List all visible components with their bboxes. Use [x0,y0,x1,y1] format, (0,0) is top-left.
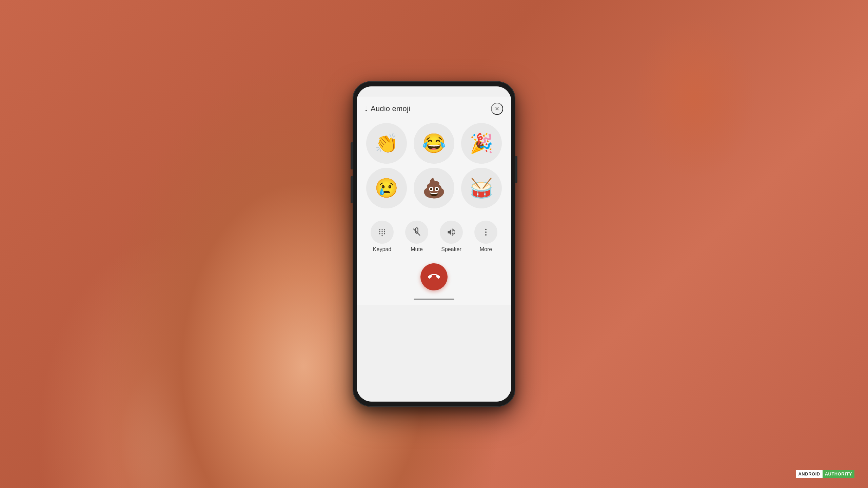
home-bar [414,299,454,300]
keypad-icon [377,227,387,237]
mute-label: Mute [411,246,423,252]
mute-icon [412,227,421,237]
call-controls: Keypad Mute [357,215,511,257]
more-icon-circle [474,221,497,244]
speaker-icon [447,227,456,237]
speaker-icon-circle [440,221,463,244]
keypad-label: Keypad [373,246,391,252]
screen-bottom [357,305,511,402]
screen-top-area [357,86,511,97]
svg-point-9 [381,235,383,237]
svg-point-11 [485,229,487,230]
close-button[interactable]: × [491,103,503,115]
speaker-label: Speaker [441,246,461,252]
end-call-icon [428,271,440,283]
emoji-party[interactable]: 🎉 [461,123,502,164]
svg-point-4 [381,231,383,232]
phone-device: ♩ Audio emoji × 👏 😂 🎉 😢 💩 🥁 [353,81,515,407]
svg-point-1 [381,229,383,230]
panel-title-group: ♩ Audio emoji [365,104,410,113]
svg-point-5 [384,231,385,232]
end-call-button[interactable] [420,263,448,290]
end-call-area [357,257,511,296]
emoji-poop[interactable]: 💩 [414,168,454,208]
panel-title: Audio emoji [371,104,410,113]
mute-button[interactable]: Mute [405,221,429,252]
home-indicator [357,296,511,305]
audio-emoji-panel: ♩ Audio emoji × 👏 😂 🎉 😢 💩 🥁 [357,97,511,305]
svg-point-0 [379,229,380,230]
music-note-icon: ♩ [365,105,368,113]
emoji-sad[interactable]: 😢 [366,168,407,208]
mute-icon-circle [405,221,428,244]
more-button[interactable]: More [474,221,498,252]
more-label: More [480,246,492,252]
speaker-button[interactable]: Speaker [439,221,463,252]
svg-point-3 [379,231,380,232]
watermark: ANDROID AUTHORITY [796,470,854,478]
watermark-android: ANDROID [796,470,822,478]
keypad-button[interactable]: Keypad [370,221,394,252]
svg-point-13 [485,234,487,236]
watermark-authority: AUTHORITY [823,470,854,478]
svg-point-7 [381,233,383,235]
phone-wrapper: ♩ Audio emoji × 👏 😂 🎉 😢 💩 🥁 [353,81,515,407]
emoji-drum[interactable]: 🥁 [461,168,502,208]
svg-point-6 [379,233,380,235]
emoji-grid: 👏 😂 🎉 😢 💩 🥁 [357,120,511,215]
emoji-laughing[interactable]: 😂 [414,123,454,164]
more-icon [481,227,491,237]
phone-screen: ♩ Audio emoji × 👏 😂 🎉 😢 💩 🥁 [357,86,511,402]
svg-point-8 [384,233,385,235]
svg-point-12 [485,231,487,233]
emoji-clapping[interactable]: 👏 [366,123,407,164]
keypad-icon-circle [371,221,394,244]
svg-point-2 [384,229,385,230]
svg-line-10 [414,229,420,236]
panel-header: ♩ Audio emoji × [357,97,511,120]
